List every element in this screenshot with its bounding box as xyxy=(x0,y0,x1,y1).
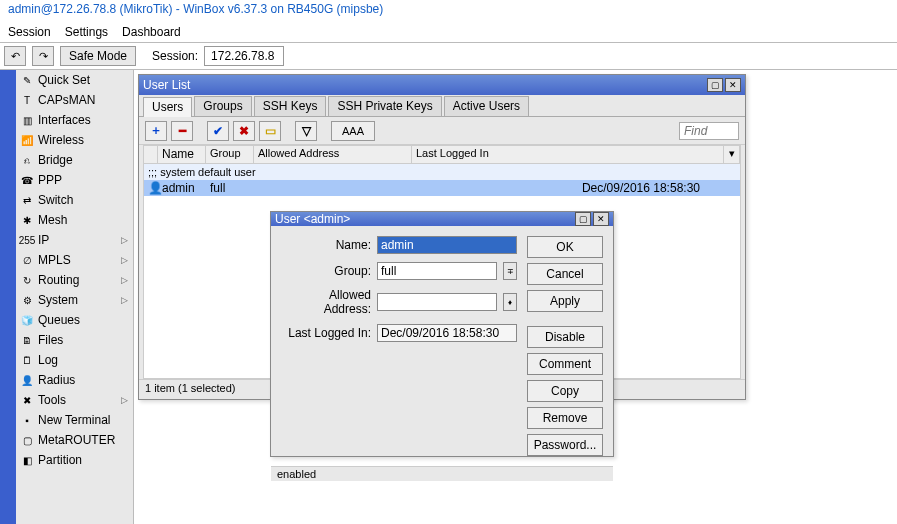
sidebar-icon: ▪ xyxy=(20,413,34,427)
sidebar-icon: ✎ xyxy=(20,73,34,87)
sidebar-item-wireless[interactable]: 📶Wireless xyxy=(16,130,133,150)
sidebar-icon: ▢ xyxy=(20,433,34,447)
sidebar-item-queues[interactable]: 🧊Queues xyxy=(16,310,133,330)
tab-ssh-keys[interactable]: SSH Keys xyxy=(254,96,327,116)
userlist-min-button[interactable]: ▢ xyxy=(707,78,723,92)
sidebar-item-ppp[interactable]: ☎PPP xyxy=(16,170,133,190)
sidebar-item-tools[interactable]: ✖Tools▷ xyxy=(16,390,133,410)
comment-button[interactable]: ▭ xyxy=(259,121,281,141)
sidebar-label: Log xyxy=(38,353,129,367)
sidebar-label: PPP xyxy=(38,173,129,187)
col-name[interactable]: Name ▽ xyxy=(158,146,206,163)
menu-dashboard[interactable]: Dashboard xyxy=(122,25,181,39)
sidebar-label: Bridge xyxy=(38,153,129,167)
sidebar-label: Routing xyxy=(38,273,117,287)
enable-button[interactable]: ✔ xyxy=(207,121,229,141)
sidebar-item-ip[interactable]: 255IP▷ xyxy=(16,230,133,250)
add-button[interactable]: ＋ xyxy=(145,121,167,141)
safemode-button[interactable]: Safe Mode xyxy=(60,46,136,66)
chevron-right-icon: ▷ xyxy=(121,235,129,245)
sidebar-icon: 🗎 xyxy=(20,333,34,347)
sidebar-icon: 255 xyxy=(20,233,34,247)
sidebar-label: Partition xyxy=(38,453,129,467)
session-ip[interactable]: 172.26.78.8 xyxy=(204,46,284,66)
workspace: User List ▢ ✕ UsersGroupsSSH KeysSSH Pri… xyxy=(134,70,897,524)
disable-button[interactable]: ✖ xyxy=(233,121,255,141)
remove-button[interactable]: ━ xyxy=(171,121,193,141)
sidebar-item-capsman[interactable]: TCAPsMAN xyxy=(16,90,133,110)
sidebar-item-files[interactable]: 🗎Files xyxy=(16,330,133,350)
sidebar-item-bridge[interactable]: ⎌Bridge xyxy=(16,150,133,170)
disable-user-button[interactable]: Disable xyxy=(527,326,603,348)
name-field[interactable]: admin xyxy=(377,236,517,254)
find-input[interactable] xyxy=(679,122,739,140)
tab-active-users[interactable]: Active Users xyxy=(444,96,529,116)
sidebar-item-system[interactable]: ⚙System▷ xyxy=(16,290,133,310)
sidebar-item-interfaces[interactable]: ▥Interfaces xyxy=(16,110,133,130)
sidebar-item-quick-set[interactable]: ✎Quick Set xyxy=(16,70,133,90)
chevron-right-icon: ▷ xyxy=(121,295,129,305)
sidebar-item-metarouter[interactable]: ▢MetaROUTER xyxy=(16,430,133,450)
userdlg-titlebar[interactable]: User <admin> ▢ ✕ xyxy=(271,212,613,226)
chevron-right-icon: ▷ xyxy=(121,275,129,285)
sidebar-label: CAPsMAN xyxy=(38,93,129,107)
sidebar-label: Quick Set xyxy=(38,73,129,87)
remove-user-button[interactable]: Remove xyxy=(527,407,603,429)
userdlg-min-button[interactable]: ▢ xyxy=(575,212,591,226)
sidebar-item-radius[interactable]: 👤Radius xyxy=(16,370,133,390)
sidebar-label: Mesh xyxy=(38,213,129,227)
name-label: Name: xyxy=(281,238,371,252)
menu-settings[interactable]: Settings xyxy=(65,25,108,39)
tab-groups[interactable]: Groups xyxy=(194,96,251,116)
col-menu[interactable]: ▾ xyxy=(724,146,740,163)
sidebar-icon: ◧ xyxy=(20,453,34,467)
sidebar-icon: ▥ xyxy=(20,113,34,127)
sidebar-item-mesh[interactable]: ✱Mesh xyxy=(16,210,133,230)
allowed-updown-icon[interactable]: ♦ xyxy=(503,293,517,311)
menu-session[interactable]: Session xyxy=(8,25,51,39)
userlist-toolbar: ＋ ━ ✔ ✖ ▭ ▽ AAA xyxy=(139,117,745,145)
group-field[interactable]: full xyxy=(377,262,497,280)
group-dropdown-icon[interactable]: ∓ xyxy=(503,262,517,280)
tab-ssh-private-keys[interactable]: SSH Private Keys xyxy=(328,96,441,116)
undo-button[interactable]: ↶ xyxy=(4,46,26,66)
last-field: Dec/09/2016 18:58:30 xyxy=(377,324,517,342)
tab-users[interactable]: Users xyxy=(143,97,192,117)
allowed-field[interactable] xyxy=(377,293,497,311)
password-button[interactable]: Password... xyxy=(527,434,603,456)
filter-button[interactable]: ▽ xyxy=(295,121,317,141)
sidebar-item-routing[interactable]: ↻Routing▷ xyxy=(16,270,133,290)
userdlg-close-button[interactable]: ✕ xyxy=(593,212,609,226)
cancel-button[interactable]: Cancel xyxy=(527,263,603,285)
sidebar-label: MetaROUTER xyxy=(38,433,129,447)
sidebar-label: Interfaces xyxy=(38,113,129,127)
userlist-titlebar[interactable]: User List ▢ ✕ xyxy=(139,75,745,95)
sidebar-item-new-terminal[interactable]: ▪New Terminal xyxy=(16,410,133,430)
sidebar-label: Tools xyxy=(38,393,117,407)
sidebar-label: New Terminal xyxy=(38,413,129,427)
userdlg-window: User <admin> ▢ ✕ Name: admin Group: full… xyxy=(270,211,614,457)
sidebar-item-mpls[interactable]: ∅MPLS▷ xyxy=(16,250,133,270)
apply-button[interactable]: Apply xyxy=(527,290,603,312)
main-toolbar: ↶ ↷ Safe Mode Session: 172.26.78.8 xyxy=(0,42,897,70)
sidebar-item-log[interactable]: 🗒Log xyxy=(16,350,133,370)
copy-button[interactable]: Copy xyxy=(527,380,603,402)
sidebar-icon: ☎ xyxy=(20,173,34,187)
userlist-close-button[interactable]: ✕ xyxy=(725,78,741,92)
sidebar-icon: 🗒 xyxy=(20,353,34,367)
grid-row-admin[interactable]: 👤 admin full Dec/09/2016 18:58:30 xyxy=(144,180,740,196)
sidebar-item-switch[interactable]: ⇄Switch xyxy=(16,190,133,210)
redo-button[interactable]: ↷ xyxy=(32,46,54,66)
sidebar-icon: ⇄ xyxy=(20,193,34,207)
sidebar-icon: ✖ xyxy=(20,393,34,407)
col-allowed[interactable]: Allowed Address xyxy=(254,146,412,163)
sidebar-item-partition[interactable]: ◧Partition xyxy=(16,450,133,470)
comment-user-button[interactable]: Comment xyxy=(527,353,603,375)
sidebar-icon: ⚙ xyxy=(20,293,34,307)
col-group[interactable]: Group xyxy=(206,146,254,163)
sidebar-icon: ↻ xyxy=(20,273,34,287)
aaa-button[interactable]: AAA xyxy=(331,121,375,141)
ok-button[interactable]: OK xyxy=(527,236,603,258)
userdlg-title: User <admin> xyxy=(275,212,350,226)
col-last[interactable]: Last Logged In xyxy=(412,146,724,163)
